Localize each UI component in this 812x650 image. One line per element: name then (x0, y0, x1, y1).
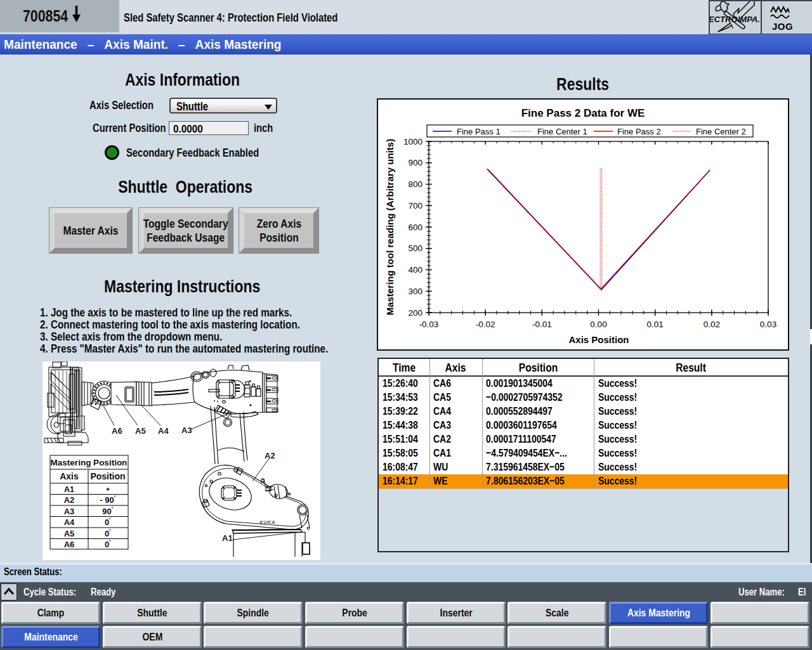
svg-text:200: 200 (408, 308, 422, 318)
svg-text:0.01: 0.01 (647, 320, 664, 329)
svg-text:0.00: 0.00 (590, 320, 606, 329)
svg-text:700: 700 (408, 201, 422, 211)
svg-text:400: 400 (408, 265, 422, 275)
svg-text:0˚: 0˚ (105, 517, 111, 527)
svg-text:A4: A4 (158, 426, 169, 436)
svg-text:-0.02: -0.02 (476, 320, 495, 329)
svg-text:ECTROIMPA.: ECTROIMPA. (710, 15, 759, 24)
svg-text:A6: A6 (112, 426, 122, 436)
svg-text:KUKA: KUKA (259, 519, 275, 525)
svg-text:Fine Center 2: Fine Center 2 (696, 127, 746, 136)
svg-text:*: * (106, 486, 110, 495)
svg-text:Position: Position (90, 471, 125, 481)
svg-text:Fine Pass 1: Fine Pass 1 (457, 127, 501, 136)
svg-text:-0.01: -0.01 (532, 320, 552, 329)
svg-text:Mastering tool reading (Arbitr: Mastering tool reading (Arbitrary units) (384, 139, 395, 315)
svg-text:A1: A1 (222, 533, 233, 543)
svg-text:A1: A1 (64, 485, 74, 494)
svg-text:A5: A5 (64, 529, 75, 538)
svg-text:- 90˚: - 90˚ (100, 495, 115, 505)
svg-text:900: 900 (408, 158, 422, 167)
svg-text:Fine Pass 2: Fine Pass 2 (617, 127, 661, 136)
svg-text:-0.03: -0.03 (419, 320, 439, 329)
svg-text:90˚: 90˚ (102, 507, 113, 516)
svg-text:Axis Position: Axis Position (568, 334, 629, 345)
svg-text:Fine Center 1: Fine Center 1 (537, 127, 587, 136)
svg-text:300: 300 (408, 287, 422, 296)
svg-text:600: 600 (408, 223, 422, 232)
svg-text:A5: A5 (135, 426, 146, 436)
svg-text:0˚: 0˚ (105, 540, 111, 549)
svg-text:0.03: 0.03 (760, 320, 776, 329)
svg-text:A3: A3 (64, 507, 75, 516)
svg-text:A4: A4 (64, 517, 75, 527)
svg-text:A6: A6 (64, 540, 75, 549)
svg-text:A3: A3 (181, 426, 192, 435)
svg-text:800: 800 (408, 179, 422, 189)
svg-text:Axis: Axis (60, 471, 79, 481)
svg-text:1000: 1000 (403, 137, 422, 146)
svg-text:Mastering Position: Mastering Position (51, 458, 128, 467)
svg-text:Fine Pass 2 Data for WE: Fine Pass 2 Data for WE (521, 107, 645, 119)
svg-text:0.02: 0.02 (704, 320, 720, 329)
svg-text:A2: A2 (265, 451, 275, 460)
svg-text:0˚: 0˚ (105, 529, 111, 538)
svg-text:A2: A2 (64, 495, 75, 505)
svg-text:500: 500 (408, 244, 422, 253)
